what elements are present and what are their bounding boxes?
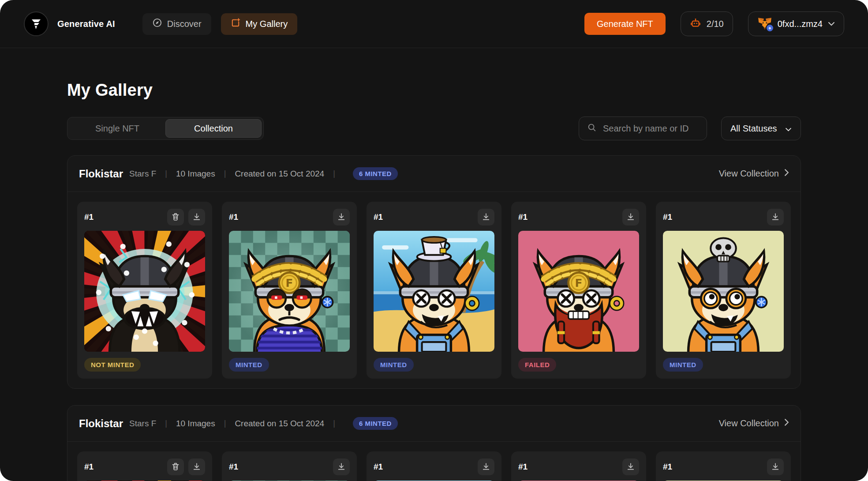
download-icon (771, 462, 780, 472)
nft-id: #1 (84, 212, 94, 222)
nft-image[interactable] (84, 231, 205, 352)
nft-grid: #1NOT MINTED#1FMINTED#1MINTED#1FFAILED#1… (67, 192, 801, 388)
nft-id: #1 (229, 212, 238, 222)
credits-counter[interactable]: 2/10 (681, 11, 733, 36)
nav-my-gallery-label: My Gallery (246, 19, 288, 29)
nft-id: #1 (518, 462, 528, 472)
nft-card[interactable]: #1FFAILED (511, 451, 646, 481)
navbar: Generative AI Discover My Gallery Genera… (0, 0, 868, 48)
separator: | (224, 169, 226, 178)
download-nft-button[interactable] (333, 458, 350, 475)
trash-icon (171, 462, 180, 472)
nft-card[interactable]: #1MINTED (656, 202, 791, 379)
nft-card-header: #1 (374, 458, 494, 475)
download-icon (192, 462, 201, 472)
wallet-address: 0fxd...zmz4 (778, 19, 823, 29)
nft-card[interactable]: #1FMINTED (222, 202, 357, 379)
nft-actions (622, 209, 639, 225)
status-badge: MINTED (374, 358, 414, 372)
download-nft-button[interactable] (767, 209, 784, 225)
chevron-right-icon (784, 418, 789, 428)
delete-nft-button[interactable] (167, 458, 184, 475)
download-icon (626, 462, 635, 472)
robot-icon (690, 17, 701, 30)
credits-value: 2/10 (707, 19, 724, 29)
nft-image[interactable]: F (229, 231, 350, 352)
search-input[interactable] (602, 123, 721, 134)
collection-image-count: 10 Images (176, 419, 215, 428)
download-nft-button[interactable] (188, 209, 205, 225)
nft-card-header: #1 (518, 458, 639, 475)
separator: | (165, 169, 167, 178)
nft-actions (478, 209, 494, 225)
download-nft-button[interactable] (767, 458, 784, 475)
metamask-fox-icon: ◆ (757, 17, 772, 31)
nft-status-row: MINTED (229, 358, 350, 372)
nft-card[interactable]: #1FMINTED (222, 451, 357, 481)
status-badge: FAILED (518, 358, 556, 372)
download-icon (626, 212, 635, 222)
nav-my-gallery-button[interactable]: My Gallery (221, 13, 298, 35)
nft-actions (333, 458, 350, 475)
brand-logo-icon (24, 11, 49, 36)
download-nft-button[interactable] (622, 209, 639, 225)
trash-icon (171, 212, 180, 222)
collection-card: FlokistarStars F|10 Images|Created on 15… (67, 155, 801, 389)
nft-card[interactable]: #1NOT MINTED (77, 202, 212, 379)
eth-network-badge: ◆ (766, 24, 774, 32)
svg-text:F: F (286, 277, 293, 289)
page-title: My Gallery (67, 81, 801, 100)
collection-image-count: 10 Images (176, 169, 215, 179)
nft-image[interactable]: F (518, 231, 639, 352)
nft-card-header: #1 (663, 209, 784, 225)
view-collection-link[interactable]: View Collection (719, 169, 789, 179)
navbar-right: Generate NFT 2/10 (584, 11, 844, 36)
nft-card[interactable]: #1MINTED (367, 451, 501, 481)
download-nft-button[interactable] (478, 458, 494, 475)
collection-card: FlokistarStars F|10 Images|Created on 15… (67, 405, 801, 481)
gallery-icon (231, 18, 241, 30)
download-nft-button[interactable] (333, 209, 350, 225)
collection-created-date: Created on 15 Oct 2024 (235, 419, 324, 428)
collection-name: Flokistar (79, 168, 123, 180)
download-icon (192, 212, 201, 222)
nft-id: #1 (663, 212, 672, 222)
collection-created-date: Created on 15 Oct 2024 (235, 169, 324, 179)
tab-collection[interactable]: Collection (165, 119, 262, 138)
nft-card[interactable]: #1MINTED (367, 202, 501, 379)
nft-card-header: #1 (374, 209, 494, 225)
nft-status-row: FAILED (518, 358, 639, 372)
search-icon (587, 123, 597, 134)
nft-card[interactable]: #1NOT MINTED (77, 451, 212, 481)
generate-nft-button[interactable]: Generate NFT (584, 13, 666, 35)
download-nft-button[interactable] (188, 458, 205, 475)
nft-actions (767, 458, 784, 475)
collection-minted-badge: 6 MINTED (353, 167, 398, 180)
download-nft-button[interactable] (622, 458, 639, 475)
nft-card[interactable]: #1FFAILED (511, 202, 646, 379)
app-window: Generative AI Discover My Gallery Genera… (0, 0, 868, 481)
nft-card-header: #1 (84, 209, 205, 225)
delete-nft-button[interactable] (167, 209, 184, 225)
collections-list: FlokistarStars F|10 Images|Created on 15… (67, 155, 801, 481)
nft-card-header: #1 (518, 209, 639, 225)
status-filter-value: All Statuses (730, 124, 777, 134)
search-box[interactable] (579, 116, 707, 140)
view-collection-link[interactable]: View Collection (719, 418, 789, 428)
view-collection-label: View Collection (719, 169, 779, 179)
collection-subtitle: Stars F (129, 169, 156, 179)
nav-discover-button[interactable]: Discover (142, 13, 211, 35)
status-filter-dropdown[interactable]: All Statuses (721, 116, 801, 140)
tab-single-nft[interactable]: Single NFT (69, 119, 165, 138)
nft-card[interactable]: #1MINTED (656, 451, 791, 481)
nft-actions (622, 458, 639, 475)
nft-image[interactable] (374, 231, 494, 352)
nft-card-header: #1 (229, 458, 350, 475)
nft-image[interactable] (663, 231, 784, 352)
wallet-button[interactable]: ◆ 0fxd...zmz4 (748, 11, 844, 36)
download-nft-button[interactable] (478, 209, 494, 225)
collection-name: Flokistar (79, 417, 123, 430)
separator: | (333, 419, 335, 428)
nav-discover-label: Discover (167, 19, 202, 29)
controls-row: Single NFT Collection All Statuses (67, 116, 801, 140)
